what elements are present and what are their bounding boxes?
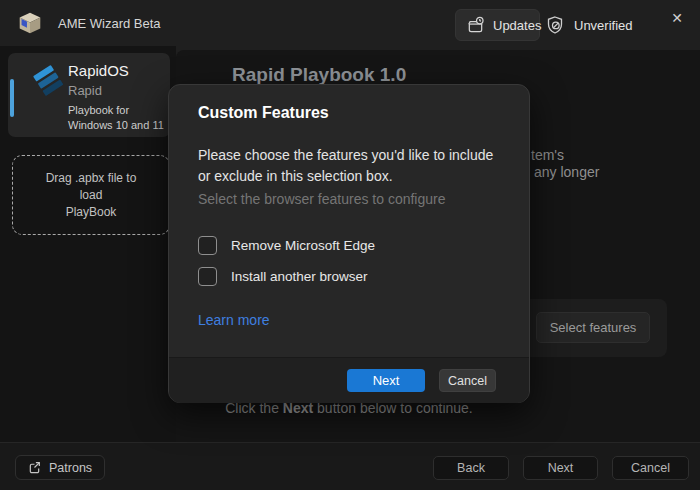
playbook-title: RapidOS — [68, 62, 129, 79]
close-window-button[interactable]: ✕ — [664, 5, 690, 31]
drop-zone-text: Drag .apbx file to — [46, 170, 137, 187]
next-button[interactable]: Next — [523, 456, 598, 480]
footer-bar: Patrons Back Next Cancel — [0, 442, 700, 490]
custom-features-dialog: Custom Features Please choose the featur… — [168, 84, 530, 403]
dialog-footer: Next Cancel — [169, 357, 529, 403]
dialog-title: Custom Features — [198, 104, 329, 122]
playbook-description: Playbook for Windows 10 and 11 — [68, 103, 168, 133]
dialog-next-button[interactable]: Next — [347, 369, 425, 392]
app-window: AME Wizard Beta Updates — [0, 0, 700, 490]
checkbox-label: Remove Microsoft Edge — [231, 238, 375, 253]
updates-label: Updates — [493, 18, 541, 33]
dialog-description-line: Please choose the features you'd like to… — [198, 145, 493, 166]
checkbox-label: Install another browser — [231, 269, 368, 284]
checkbox-row-remove-edge[interactable]: Remove Microsoft Edge — [198, 236, 375, 255]
rapidos-logo-icon — [33, 65, 63, 97]
drop-zone-text: load — [80, 187, 103, 204]
paragraph-fragment: any longer — [534, 164, 599, 180]
selected-accent-bar — [10, 79, 14, 117]
shield-slash-icon — [545, 15, 565, 35]
app-title: AME Wizard Beta — [58, 16, 161, 31]
patrons-button[interactable]: Patrons — [15, 455, 105, 480]
dialog-description: Please choose the features you'd like to… — [198, 145, 493, 187]
updates-icon — [466, 16, 485, 35]
dialog-hint: Select the browser features to configure — [198, 191, 445, 207]
playbook-card-rapidos[interactable]: RapidOS Rapid Playbook for Windows 10 an… — [8, 53, 170, 137]
checkbox-remove-edge[interactable] — [198, 236, 217, 255]
unverified-button[interactable]: Unverified — [545, 9, 633, 41]
cancel-button[interactable]: Cancel — [612, 456, 689, 480]
paragraph-fragment: tem's — [531, 147, 564, 163]
checkbox-install-browser[interactable] — [198, 267, 217, 286]
app-package-icon — [17, 10, 43, 36]
titlebar: AME Wizard Beta Updates — [0, 0, 700, 46]
unverified-label: Unverified — [574, 18, 633, 33]
select-features-button[interactable]: Select features — [536, 312, 650, 343]
checkbox-row-install-browser[interactable]: Install another browser — [198, 267, 368, 286]
dialog-description-line: or exclude in this selection box. — [198, 166, 493, 187]
playbook-drop-zone[interactable]: Drag .apbx file to load PlayBook — [12, 155, 170, 235]
drop-zone-text: PlayBook — [66, 204, 117, 221]
patrons-label: Patrons — [49, 461, 92, 475]
back-button[interactable]: Back — [433, 456, 509, 480]
updates-button[interactable]: Updates — [455, 9, 540, 41]
dialog-cancel-button[interactable]: Cancel — [439, 369, 496, 392]
learn-more-link[interactable]: Learn more — [198, 312, 270, 328]
page-title: Rapid Playbook 1.0 — [232, 64, 406, 86]
external-link-icon — [28, 461, 41, 474]
sidebar: RapidOS Rapid Playbook for Windows 10 an… — [0, 46, 176, 442]
playbook-subtitle: Rapid — [68, 83, 102, 98]
